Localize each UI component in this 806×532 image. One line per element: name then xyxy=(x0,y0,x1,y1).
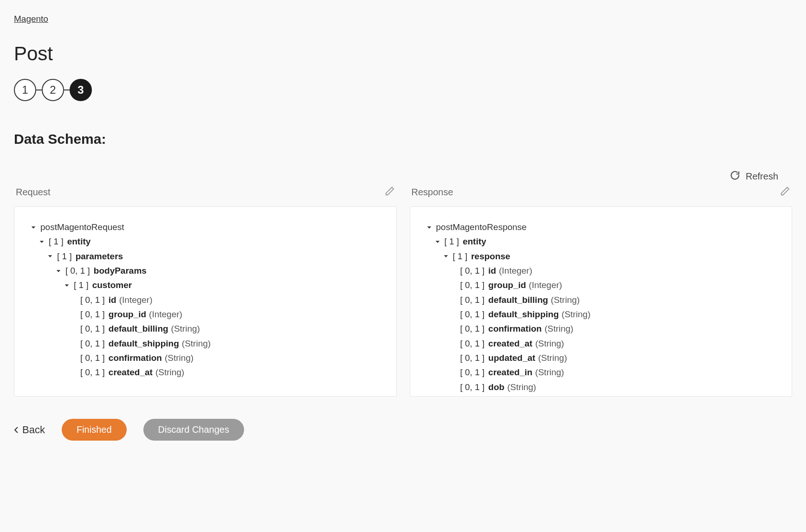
cardinality-label: [ 0, 1 ] xyxy=(80,293,105,307)
chevron-down-icon[interactable] xyxy=(426,224,433,231)
tree-leaf[interactable]: [ 0, 1 ] default_shipping (String) xyxy=(30,336,380,351)
cardinality-label: [ 0, 1 ] xyxy=(80,321,105,336)
chevron-down-icon[interactable] xyxy=(64,282,71,288)
finished-button[interactable]: Finished xyxy=(62,419,127,441)
cardinality-label: [ 1 ] xyxy=(57,249,72,263)
response-schema-panel: postMagentoResponse [ 1 ] entity [ 1 ] r… xyxy=(410,206,793,397)
cardinality-label: [ 0, 1 ] xyxy=(460,351,485,365)
field-type: (String) xyxy=(171,321,200,336)
field-name: default_shipping xyxy=(488,307,559,321)
field-name: updated_at xyxy=(488,351,535,365)
tree-leaf[interactable]: [ 0, 1 ] created_in (String) xyxy=(426,365,776,379)
page-title: Post xyxy=(14,43,792,65)
breadcrumb: Magento xyxy=(14,14,792,24)
tree-leaf[interactable]: [ 0, 1 ] group_id (Integer) xyxy=(30,307,380,321)
tree-node-label: postMagentoRequest xyxy=(40,220,124,234)
chevron-down-icon[interactable] xyxy=(55,268,63,274)
tree-node-label: customer xyxy=(92,278,132,292)
field-name: default_billing xyxy=(109,321,168,336)
tree-node-parameters[interactable]: [ 1 ] parameters xyxy=(30,249,380,263)
section-heading: Data Schema: xyxy=(14,131,792,147)
field-type: (String) xyxy=(507,380,536,394)
tree-node-response[interactable]: [ 1 ] response xyxy=(426,249,776,263)
field-type: (String) xyxy=(535,336,564,351)
tree-leaf[interactable]: [ 0, 1 ] group_id (Integer) xyxy=(426,278,776,292)
tree-node-label: response xyxy=(471,249,510,263)
cardinality-label: [ 0, 1 ] xyxy=(460,336,485,351)
field-type: (String) xyxy=(155,365,184,379)
cardinality-label: [ 0, 1 ] xyxy=(80,336,105,351)
field-type: (Integer) xyxy=(529,278,562,292)
field-name: id xyxy=(109,293,116,307)
chevron-down-icon[interactable] xyxy=(30,224,38,231)
tree-node-bodyparams[interactable]: [ 0, 1 ] bodyParams xyxy=(30,263,380,278)
tree-leaf[interactable]: [ 0, 1 ] created_at (String) xyxy=(426,336,776,351)
field-name: id xyxy=(488,263,496,278)
refresh-label[interactable]: Refresh xyxy=(746,171,778,182)
refresh-icon[interactable] xyxy=(730,170,740,182)
cardinality-label: [ 0, 1 ] xyxy=(460,293,485,307)
step-connector xyxy=(36,90,42,90)
pencil-icon[interactable] xyxy=(780,186,790,198)
pencil-icon[interactable] xyxy=(385,186,395,198)
chevron-down-icon[interactable] xyxy=(47,253,54,259)
field-type: (String) xyxy=(551,293,580,307)
field-type: (Integer) xyxy=(119,293,153,307)
cardinality-label: [ 0, 1 ] xyxy=(460,278,485,292)
step-2[interactable]: 2 xyxy=(42,79,64,101)
field-name: default_billing xyxy=(488,293,548,307)
chevron-down-icon[interactable] xyxy=(434,238,442,245)
cardinality-label: [ 0, 1 ] xyxy=(460,263,485,278)
cardinality-label: [ 1 ] xyxy=(49,234,64,249)
field-type: (String) xyxy=(182,336,211,351)
stepper: 1 2 3 xyxy=(14,79,792,101)
tree-node-label: entity xyxy=(67,234,91,249)
field-name: created_at xyxy=(488,336,532,351)
tree-node-entity[interactable]: [ 1 ] entity xyxy=(426,234,776,249)
request-title: Request xyxy=(16,187,51,198)
tree-leaf[interactable]: [ 0, 1 ] id (Integer) xyxy=(426,263,776,278)
cardinality-label: [ 0, 1 ] xyxy=(460,365,485,379)
tree-node-customer[interactable]: [ 1 ] customer xyxy=(30,278,380,292)
discard-button[interactable]: Discard Changes xyxy=(143,419,244,441)
tree-leaf[interactable]: [ 0, 1 ] confirmation (String) xyxy=(426,321,776,336)
field-name: default_shipping xyxy=(109,336,179,351)
tree-leaf[interactable]: [ 0, 1 ] id (Integer) xyxy=(30,293,380,307)
step-3[interactable]: 3 xyxy=(70,79,92,101)
tree-node-root[interactable]: postMagentoResponse xyxy=(426,220,776,234)
cardinality-label: [ 0, 1 ] xyxy=(460,321,485,336)
chevron-down-icon[interactable] xyxy=(443,253,450,259)
cardinality-label: [ 0, 1 ] xyxy=(460,307,485,321)
field-name: group_id xyxy=(488,278,526,292)
chevron-down-icon[interactable] xyxy=(39,238,46,245)
tree-leaf[interactable]: [ 0, 1 ] updated_at (String) xyxy=(426,351,776,365)
back-button[interactable]: Back xyxy=(14,424,45,436)
action-bar: Back Finished Discard Changes xyxy=(14,419,792,441)
tree-leaf[interactable]: [ 0, 1 ] default_shipping (String) xyxy=(426,307,776,321)
step-connector xyxy=(64,90,70,90)
cardinality-label: [ 1 ] xyxy=(445,234,459,249)
field-name: confirmation xyxy=(488,321,542,336)
field-name: created_in xyxy=(488,365,532,379)
tree-leaf[interactable]: [ 0, 1 ] default_billing (String) xyxy=(426,293,776,307)
field-name: confirmation xyxy=(109,351,162,365)
tree-node-entity[interactable]: [ 1 ] entity xyxy=(30,234,380,249)
field-type: (String) xyxy=(538,351,567,365)
field-type: (Integer) xyxy=(499,263,532,278)
step-1[interactable]: 1 xyxy=(14,79,36,101)
tree-node-label: parameters xyxy=(76,249,123,263)
back-button-label: Back xyxy=(22,424,45,436)
tree-node-root[interactable]: postMagentoRequest xyxy=(30,220,380,234)
tree-leaf[interactable]: [ 0, 1 ] confirmation (String) xyxy=(30,351,380,365)
field-name: created_at xyxy=(109,365,153,379)
field-name: dob xyxy=(488,380,504,394)
cardinality-label: [ 0, 1 ] xyxy=(80,351,105,365)
cardinality-label: [ 0, 1 ] xyxy=(460,380,485,394)
tree-node-label: bodyParams xyxy=(94,263,147,278)
field-type: (String) xyxy=(544,321,573,336)
breadcrumb-link-magento[interactable]: Magento xyxy=(14,14,48,24)
tree-leaf[interactable]: [ 0, 1 ] default_billing (String) xyxy=(30,321,380,336)
tree-leaf[interactable]: [ 0, 1 ] created_at (String) xyxy=(30,365,380,379)
tree-leaf[interactable]: [ 0, 1 ] dob (String) xyxy=(426,380,776,394)
cardinality-label: [ 1 ] xyxy=(74,278,89,292)
